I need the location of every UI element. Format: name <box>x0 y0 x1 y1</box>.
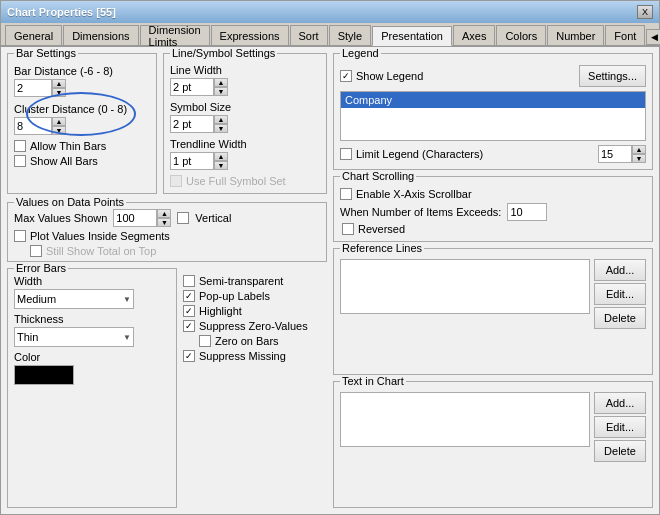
trendline-width-input[interactable] <box>170 152 214 170</box>
allow-thin-bars-checkbox[interactable] <box>14 140 26 152</box>
legend-group: Legend Show Legend Settings... Company L… <box>333 53 653 170</box>
use-full-symbol-checkbox[interactable] <box>170 175 182 187</box>
legend-settings-button[interactable]: Settings... <box>579 65 646 87</box>
symbol-size-up[interactable]: ▲ <box>214 115 228 124</box>
enable-scrollbar-row: Enable X-Axis Scrollbar <box>340 188 646 200</box>
max-values-input[interactable] <box>113 209 157 227</box>
symbol-size-input[interactable] <box>170 115 214 133</box>
text-in-chart-buttons: Add... Edit... Delete <box>594 392 646 462</box>
plot-values-checkbox[interactable] <box>14 230 26 242</box>
limit-legend-input[interactable] <box>598 145 632 163</box>
symbol-size-spinner-btns: ▲ ▼ <box>214 115 228 133</box>
bar-distance-down[interactable]: ▼ <box>52 88 66 97</box>
suppress-zero-checkbox[interactable] <box>183 320 195 332</box>
suppress-zero-label: Suppress Zero-Values <box>199 320 308 332</box>
reference-lines-listbox[interactable] <box>340 259 590 314</box>
bar-distance-up[interactable]: ▲ <box>52 79 66 88</box>
reference-lines-group: Reference Lines Add... Edit... Delete <box>333 248 653 375</box>
tab-dimensions[interactable]: Dimensions <box>63 25 138 45</box>
line-width-up[interactable]: ▲ <box>214 78 228 87</box>
tab-style[interactable]: Style <box>329 25 371 45</box>
use-full-symbol-row: Use Full Symbol Set <box>170 175 320 187</box>
cluster-distance-label: Cluster Distance (0 - 8) <box>14 103 127 115</box>
limit-legend-checkbox[interactable] <box>340 148 352 160</box>
tab-nav-left[interactable]: ◀ <box>646 29 660 45</box>
window-title: Chart Properties [55] <box>7 6 116 18</box>
left-panel: Bar Settings Bar Distance (-6 - 8) ▲ ▼ <box>7 53 327 508</box>
allow-thin-bars-label: Allow Thin Bars <box>30 140 106 152</box>
text-delete-button[interactable]: Delete <box>594 440 646 462</box>
max-values-row: Max Values Shown ▲ ▼ Vertical <box>14 209 320 227</box>
legend-listbox[interactable]: Company <box>340 91 646 141</box>
show-all-bars-checkbox[interactable] <box>14 155 26 167</box>
line-width-input[interactable] <box>170 78 214 96</box>
tab-presentation[interactable]: Presentation <box>372 26 452 46</box>
bar-distance-row: Bar Distance (-6 - 8) <box>14 65 150 77</box>
max-values-down[interactable]: ▼ <box>157 218 171 227</box>
max-values-label: Max Values Shown <box>14 212 107 224</box>
trendline-down[interactable]: ▼ <box>214 161 228 170</box>
cluster-distance-down[interactable]: ▼ <box>52 126 66 135</box>
line-symbol-label: Line/Symbol Settings <box>170 47 277 59</box>
thickness-label: Thickness <box>14 313 64 325</box>
close-button[interactable]: X <box>637 5 653 19</box>
tab-font[interactable]: Font <box>605 25 645 45</box>
limit-legend-spinner-btns: ▲ ▼ <box>632 145 646 163</box>
reference-lines-buttons: Add... Edit... Delete <box>594 259 646 329</box>
text-in-chart-listbox[interactable] <box>340 392 590 447</box>
line-width-down[interactable]: ▼ <box>214 87 228 96</box>
thickness-dropdown-row: Thin ▼ <box>14 327 170 347</box>
semi-transparent-checkbox[interactable] <box>183 275 195 287</box>
cluster-distance-up[interactable]: ▲ <box>52 117 66 126</box>
show-legend-checkbox[interactable] <box>340 70 352 82</box>
text-edit-button[interactable]: Edit... <box>594 416 646 438</box>
tab-navigation: ◀ ▶ <box>646 29 660 45</box>
limit-legend-down[interactable]: ▼ <box>632 154 646 163</box>
tab-general[interactable]: General <box>5 25 62 45</box>
trendline-up[interactable]: ▲ <box>214 152 228 161</box>
when-exceeds-row: When Number of Items Exceeds: <box>340 203 646 221</box>
right-panel: Legend Show Legend Settings... Company L… <box>333 53 653 508</box>
tab-number[interactable]: Number <box>547 25 604 45</box>
suppress-missing-checkbox[interactable] <box>183 350 195 362</box>
tab-sort[interactable]: Sort <box>290 25 328 45</box>
limit-legend-up[interactable]: ▲ <box>632 145 646 154</box>
plot-values-label: Plot Values Inside Segments <box>30 230 170 242</box>
text-add-button[interactable]: Add... <box>594 392 646 414</box>
reference-delete-button[interactable]: Delete <box>594 307 646 329</box>
width-dropdown[interactable]: Medium ▼ <box>14 289 134 309</box>
tab-colors[interactable]: Colors <box>496 25 546 45</box>
enable-scrollbar-label: Enable X-Axis Scrollbar <box>356 188 472 200</box>
symbol-size-down[interactable]: ▼ <box>214 124 228 133</box>
zero-on-bars-checkbox[interactable] <box>199 335 211 347</box>
popup-labels-checkbox[interactable] <box>183 290 195 302</box>
values-section-label: Values on Data Points <box>14 196 126 208</box>
cluster-distance-spinner: ▲ ▼ <box>14 117 66 135</box>
color-label: Color <box>14 351 40 363</box>
tab-dimension-limits[interactable]: Dimension Limits <box>140 25 210 45</box>
bar-distance-spinner: ▲ ▼ <box>14 79 66 97</box>
tab-axes[interactable]: Axes <box>453 25 495 45</box>
vertical-checkbox[interactable] <box>177 212 189 224</box>
bar-distance-input[interactable] <box>14 79 52 97</box>
reference-edit-button[interactable]: Edit... <box>594 283 646 305</box>
values-on-data-points-group: Values on Data Points Max Values Shown ▲… <box>7 202 327 262</box>
cluster-distance-row: Cluster Distance (0 - 8) <box>14 103 150 115</box>
tabs-row: General Dimensions Dimension Limits Expr… <box>1 23 659 47</box>
enable-scrollbar-checkbox[interactable] <box>340 188 352 200</box>
still-show-total-checkbox[interactable] <box>30 245 42 257</box>
show-legend-label: Show Legend <box>356 70 423 82</box>
cluster-distance-input[interactable] <box>14 117 52 135</box>
highlight-checkbox[interactable] <box>183 305 195 317</box>
bar-distance-input-row: ▲ ▼ <box>14 79 150 97</box>
thickness-dropdown[interactable]: Thin ▼ <box>14 327 134 347</box>
when-exceeds-input[interactable] <box>507 203 547 221</box>
reference-add-button[interactable]: Add... <box>594 259 646 281</box>
reversed-row: Reversed <box>342 223 646 235</box>
tab-expressions[interactable]: Expressions <box>211 25 289 45</box>
error-bars-label: Error Bars <box>14 262 68 274</box>
color-swatch[interactable] <box>14 365 74 385</box>
reversed-checkbox[interactable] <box>342 223 354 235</box>
max-values-spinner: ▲ ▼ <box>113 209 171 227</box>
max-values-up[interactable]: ▲ <box>157 209 171 218</box>
